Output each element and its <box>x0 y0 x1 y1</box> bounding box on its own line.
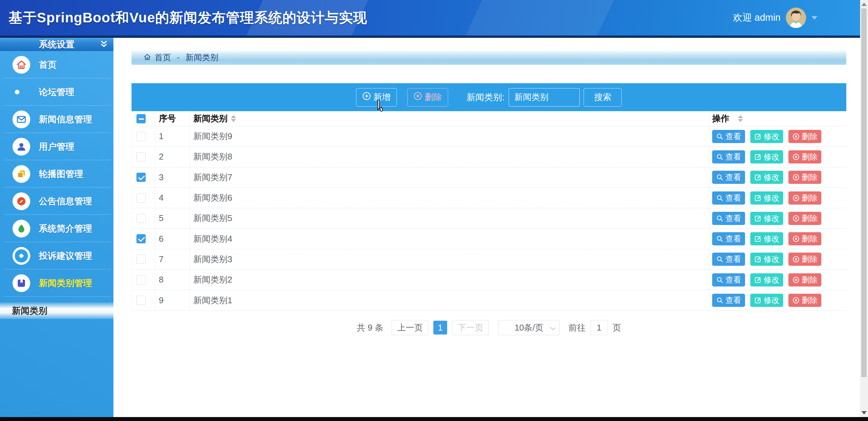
cell-category: 新闻类别2 <box>193 274 232 285</box>
prev-page-button[interactable]: 上一页 <box>392 320 428 335</box>
view-button-label: 查看 <box>725 275 741 285</box>
cell-seq: 4 <box>159 193 163 203</box>
toolbar: 新增 删除 新闻类别: 搜索 <box>131 83 846 111</box>
header-category: 新闻类别 <box>190 111 709 126</box>
edit-button-label: 修改 <box>764 152 779 162</box>
scroll-down-arrow-icon[interactable] <box>861 411 867 414</box>
row-checkbox[interactable] <box>136 214 146 223</box>
breadcrumb-home-link[interactable]: 首页 <box>155 52 171 63</box>
cell-category: 新闻类别7 <box>193 172 232 183</box>
sidebar-subitem-news-category[interactable]: 新闻类别 <box>0 302 114 319</box>
goto-page-input[interactable] <box>590 320 608 335</box>
sidebar-item-complaints[interactable]: 投诉建议管理 <box>0 242 114 269</box>
sidebar-item-news-category[interactable]: 新闻类别管理 <box>0 269 114 297</box>
page-number-active[interactable]: 1 <box>433 321 447 334</box>
row-checkbox[interactable] <box>136 173 146 182</box>
edit-icon <box>754 276 762 283</box>
sidebar-item-news-info[interactable]: 新闻信息管理 <box>0 106 114 133</box>
row-delete-button[interactable]: 删除 <box>788 171 821 184</box>
edit-button[interactable]: 修改 <box>750 130 783 143</box>
next-page-button[interactable]: 下一页 <box>452 320 489 335</box>
row-checkbox[interactable] <box>136 193 146 203</box>
table-row: 3 新闻类别7 查看 修改 <box>132 168 846 188</box>
sidebar-item-system-intro[interactable]: 系统简介管理 <box>0 215 114 242</box>
view-button[interactable]: 查看 <box>712 191 745 205</box>
table-row: 1 新闻类别9 查看 修改 <box>132 126 846 147</box>
edit-button-label: 修改 <box>764 275 779 285</box>
magnifier-icon <box>716 235 723 242</box>
row-delete-button[interactable]: 删除 <box>788 273 821 287</box>
scrollbar-thumb[interactable] <box>861 8 866 377</box>
view-button[interactable]: 查看 <box>712 294 745 307</box>
edit-icon <box>754 297 762 304</box>
magnifier-icon <box>716 174 723 181</box>
row-checkbox[interactable] <box>136 234 146 243</box>
row-checkbox[interactable] <box>136 152 146 161</box>
view-button[interactable]: 查看 <box>712 232 745 245</box>
row-delete-button[interactable]: 删除 <box>788 212 821 225</box>
select-all-checkbox[interactable] <box>136 114 146 123</box>
sidebar-item-carousel[interactable]: 轮播图管理 <box>0 160 114 187</box>
edit-button[interactable]: 修改 <box>750 294 783 307</box>
view-button[interactable]: 查看 <box>712 171 745 184</box>
sort-carets-icon[interactable] <box>231 115 236 122</box>
row-delete-button[interactable]: 删除 <box>788 191 821 205</box>
scroll-up-arrow-icon[interactable] <box>861 3 867 6</box>
row-delete-button-label: 删除 <box>802 172 817 183</box>
header-checkbox-cell <box>132 111 155 126</box>
edit-button[interactable]: 修改 <box>750 171 783 184</box>
view-button[interactable]: 查看 <box>712 212 745 225</box>
row-checkbox[interactable] <box>136 296 146 305</box>
delete-icon <box>414 92 422 102</box>
view-button-label: 查看 <box>725 295 741 306</box>
sidebar-item-announcements[interactable]: 公告信息管理 <box>0 187 114 215</box>
edit-button[interactable]: 修改 <box>750 252 783 266</box>
sidebar-item-label: 首页 <box>39 59 57 71</box>
row-checkbox[interactable] <box>136 254 146 264</box>
edit-button-label: 修改 <box>764 213 779 224</box>
edit-button[interactable]: 修改 <box>750 273 783 287</box>
circle-x-icon <box>793 255 800 263</box>
row-delete-button[interactable]: 删除 <box>788 294 821 307</box>
row-delete-button[interactable]: 删除 <box>788 150 821 163</box>
delete-selected-button[interactable]: 删除 <box>407 88 448 107</box>
user-menu[interactable]: 欢迎 admin <box>733 0 817 35</box>
category-search-input[interactable] <box>508 88 580 107</box>
breadcrumb-current: 新闻类别 <box>185 52 218 63</box>
chevron-down-icon <box>550 325 555 330</box>
sort-carets-icon[interactable] <box>738 115 743 122</box>
vertical-scrollbar[interactable] <box>860 0 868 417</box>
sidebar-item-forum[interactable]: 论坛管理 <box>0 78 114 106</box>
table-row: 8 新闻类别2 查看 修改 <box>132 270 846 290</box>
page-size-select[interactable]: 10条/页 <box>498 320 560 335</box>
edit-button[interactable]: 修改 <box>750 191 783 205</box>
search-button[interactable]: 搜索 <box>584 88 622 107</box>
edit-button[interactable]: 修改 <box>750 232 783 245</box>
edit-icon <box>754 153 762 160</box>
edit-button[interactable]: 修改 <box>750 212 783 225</box>
cell-category: 新闻类别6 <box>193 192 232 204</box>
edit-button[interactable]: 修改 <box>750 150 783 163</box>
header-divider <box>0 35 860 38</box>
view-button[interactable]: 查看 <box>712 130 745 143</box>
filter-label: 新闻类别: <box>467 91 505 103</box>
row-checkbox[interactable] <box>136 132 146 141</box>
row-checkbox[interactable] <box>136 275 146 284</box>
view-button[interactable]: 查看 <box>712 150 745 163</box>
view-button[interactable]: 查看 <box>712 252 745 266</box>
view-button[interactable]: 查看 <box>712 273 745 287</box>
sidebar-item-home[interactable]: 首页 <box>0 51 114 78</box>
avatar[interactable] <box>786 7 806 28</box>
sidebar-header[interactable]: 系统设置 <box>0 38 114 51</box>
header-category-label: 新闻类别 <box>193 113 227 124</box>
row-delete-button-label: 删除 <box>802 295 817 306</box>
view-button-label: 查看 <box>725 152 741 162</box>
user-dropdown-caret-icon <box>811 16 817 20</box>
edit-icon <box>754 174 762 181</box>
collapse-chevrons-icon[interactable] <box>100 40 107 50</box>
row-delete-button[interactable]: 删除 <box>788 130 821 143</box>
sidebar-item-users[interactable]: 用户管理 <box>0 133 114 160</box>
row-delete-button[interactable]: 删除 <box>788 252 821 266</box>
row-delete-button[interactable]: 删除 <box>788 232 821 245</box>
data-table: 序号 新闻类别 操作 1 新闻类别9 <box>131 111 846 311</box>
